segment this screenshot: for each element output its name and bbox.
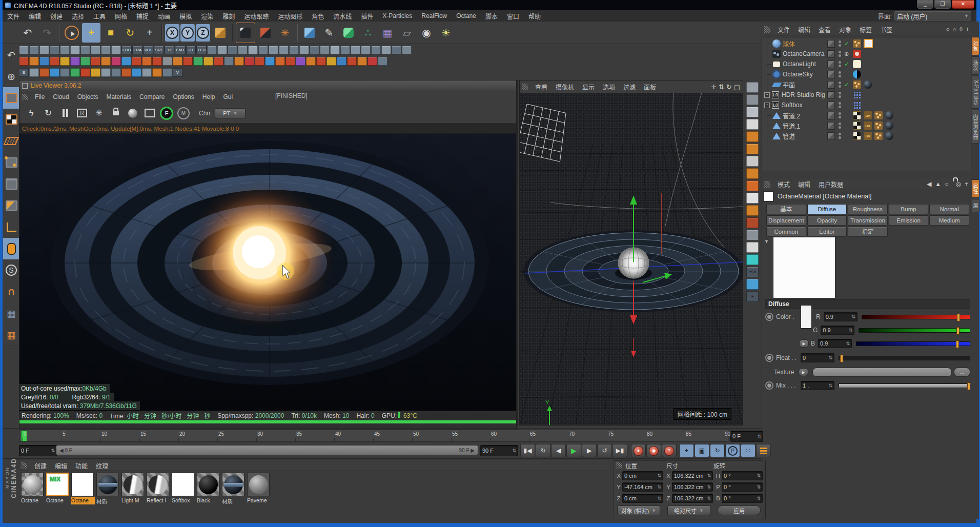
add-primitive-button[interactable] xyxy=(300,23,319,43)
compositing-tag-icon[interactable] xyxy=(853,121,861,130)
mm-menu-item[interactable]: 纹理 xyxy=(92,461,112,470)
object-name[interactable]: OctaneSky xyxy=(783,71,813,78)
tab-assign[interactable]: 指定 xyxy=(848,227,888,237)
lv-menu-item[interactable]: Gui xyxy=(219,93,237,100)
plugin-toolbar-icon[interactable] xyxy=(320,46,330,54)
octane-sky-tag-icon[interactable] xyxy=(853,70,861,78)
timeline-ruler[interactable]: 051015202530354045505560657075808590 xyxy=(19,430,728,442)
am-menu-item[interactable]: 模式 xyxy=(773,180,794,189)
script-toolbar-icon[interactable] xyxy=(142,68,152,77)
xparticles-toolbar-icon[interactable] xyxy=(368,57,377,66)
octane-strip-icon[interactable] xyxy=(746,144,759,154)
menu-item[interactable]: RealFlow xyxy=(417,12,452,19)
plugin-toolbar-icon[interactable] xyxy=(299,46,309,54)
material-thumbnail[interactable] xyxy=(197,473,219,496)
xparticles-toolbar-icon[interactable] xyxy=(214,57,223,66)
material-name[interactable]: 材质 xyxy=(222,497,246,504)
script-toolbar-icon[interactable] xyxy=(29,68,39,77)
menu-item[interactable]: 渲染 xyxy=(196,12,218,21)
layer-toggle[interactable] xyxy=(827,132,835,140)
phong-tag-icon[interactable] xyxy=(853,39,861,48)
om-menu-item[interactable]: 编辑 xyxy=(794,25,814,34)
mix-slider[interactable] xyxy=(839,383,970,388)
coord-mode-dropdown[interactable]: 对象 (相对)▼ xyxy=(617,505,660,515)
material-thumbnail[interactable] xyxy=(21,473,44,496)
last-tool-button[interactable]: + xyxy=(140,23,159,43)
layer-toggle[interactable] xyxy=(827,112,835,119)
xparticles-toolbar-icon[interactable] xyxy=(173,57,182,66)
plugin-toolbar-icon[interactable] xyxy=(248,46,258,54)
plugin-toolbar-icon[interactable] xyxy=(258,46,268,54)
layer-toggle[interactable] xyxy=(827,60,835,68)
xpresso-tag-icon[interactable] xyxy=(853,91,861,99)
vp-menu-item[interactable]: 过滤 xyxy=(619,83,640,91)
menu-item[interactable]: 模拟 xyxy=(175,12,196,21)
plugin-toolbar-icon[interactable] xyxy=(91,46,100,54)
camera-target-icon[interactable]: ⊕ xyxy=(844,51,850,57)
drag-handle-icon[interactable] xyxy=(22,94,28,100)
render-view-button[interactable] xyxy=(236,23,255,43)
menu-item[interactable]: 网格 xyxy=(110,12,132,21)
script-toolbar-icon[interactable]: V xyxy=(173,68,182,77)
render-region-button[interactable]: ⊕ xyxy=(3,66,19,88)
object-name[interactable]: OctaneLight xyxy=(783,60,816,68)
side-tab-takes[interactable]: 场次 xyxy=(972,56,979,75)
tab-opacity[interactable]: Opacity xyxy=(807,215,847,226)
record-parameter-toggle[interactable]: P xyxy=(725,444,740,457)
expand-icon[interactable]: + xyxy=(764,92,770,98)
object-name[interactable]: 平面 xyxy=(783,80,795,89)
float-slider[interactable] xyxy=(839,356,970,360)
plugin-toolbar-icon[interactable] xyxy=(392,46,401,54)
xparticles-toolbar-icon[interactable] xyxy=(80,57,90,66)
octane-strip-icon[interactable] xyxy=(746,156,759,167)
keyframe-selection-button[interactable]: ? xyxy=(662,444,677,457)
xparticles-toolbar-icon[interactable] xyxy=(337,57,346,66)
tab-normal[interactable]: Normal xyxy=(929,204,969,214)
menu-item[interactable]: 窗口 xyxy=(502,12,524,21)
drag-handle-icon[interactable] xyxy=(21,462,27,469)
plugin-toolbar-icon[interactable]: SRF xyxy=(154,46,164,54)
material-name-active[interactable]: Octane xyxy=(71,497,95,504)
object-row[interactable]: OctaneLight ✓ xyxy=(762,59,970,69)
record-pla-toggle[interactable]: ∷ xyxy=(741,444,756,457)
material-pin-button[interactable]: M xyxy=(176,106,191,121)
script-toolbar-icon[interactable] xyxy=(91,68,100,77)
go-to-end-button[interactable]: ▶▮ xyxy=(612,444,627,457)
plugin-toolbar-icon[interactable] xyxy=(60,46,70,54)
tab-emission[interactable]: Emission xyxy=(889,215,929,226)
viewport-maximize-icon[interactable]: ▢ xyxy=(734,83,740,91)
octane-camera-tag-icon[interactable] xyxy=(853,50,861,58)
object-name[interactable]: 管道.2 xyxy=(783,111,800,120)
octane-strip-icon[interactable] xyxy=(746,168,759,179)
material-thumbnail[interactable] xyxy=(121,473,144,496)
xparticles-toolbar-icon[interactable] xyxy=(326,57,336,66)
enable-axis-button[interactable] xyxy=(3,216,19,238)
mm-menu-item[interactable]: 功能 xyxy=(71,461,92,470)
position-z-field[interactable]: 0 cm⇅ xyxy=(622,494,663,503)
loop-mode-button[interactable]: ↺ xyxy=(597,444,612,457)
menu-item[interactable]: 脚本 xyxy=(481,12,502,21)
add-panel-icon[interactable]: + xyxy=(966,26,969,33)
texture-tag-icon[interactable] xyxy=(885,121,893,130)
vp-menu-item[interactable]: 选项 xyxy=(599,83,619,91)
menu-item[interactable]: 运动图形 xyxy=(273,12,307,21)
octane-strip-icon[interactable] xyxy=(746,119,759,130)
visibility-dots[interactable] xyxy=(839,82,841,88)
coordinate-system-button[interactable] xyxy=(211,23,230,43)
plugin-toolbar-icon[interactable] xyxy=(289,46,299,54)
position-y-field[interactable]: -47.164 cm⇅ xyxy=(622,482,663,492)
tab-roughness[interactable]: Roughness xyxy=(848,204,888,214)
live-viewer-title-bar[interactable]: Live Viewer 3.06.2 xyxy=(19,80,516,91)
material-name[interactable]: Paveme xyxy=(247,497,271,504)
drag-handle-icon[interactable] xyxy=(616,462,622,469)
model-mode-button[interactable] xyxy=(3,87,19,109)
position-x-field[interactable]: 0 cm⇅ xyxy=(622,471,663,480)
array-button[interactable]: ∴ xyxy=(359,23,377,43)
tab-medium[interactable]: Medium xyxy=(929,215,969,226)
floor-button[interactable]: ▱ xyxy=(398,23,416,43)
drag-handle-icon[interactable] xyxy=(764,181,770,188)
plugin-toolbar-icon[interactable] xyxy=(381,46,391,54)
plugin-toolbar-icon[interactable] xyxy=(80,46,90,54)
next-frame-button[interactable]: ▶ xyxy=(582,444,597,457)
object-name[interactable]: 球体 xyxy=(783,39,795,48)
